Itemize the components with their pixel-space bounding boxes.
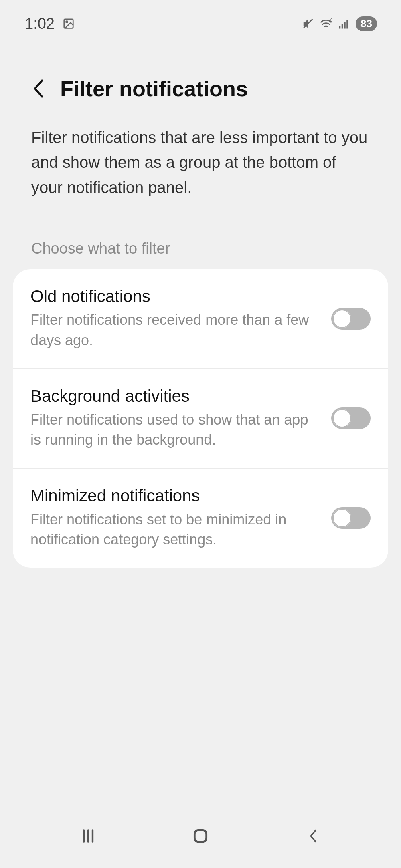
status-time: 1:02 xyxy=(25,15,55,32)
svg-rect-5 xyxy=(342,24,343,29)
row-minimized-notifications[interactable]: Minimized notifications Filter notificat… xyxy=(13,468,388,568)
row-text: Old notifications Filter notifications r… xyxy=(30,287,331,350)
status-bar: 1:02 6 xyxy=(0,0,401,36)
page-description: Filter notifications that are less impor… xyxy=(0,109,401,200)
page-title: Filter notifications xyxy=(60,76,248,101)
row-title: Old notifications xyxy=(30,287,322,306)
row-background-activities[interactable]: Background activities Filter notificatio… xyxy=(13,368,388,468)
row-text: Background activities Filter notificatio… xyxy=(30,387,331,450)
svg-rect-4 xyxy=(339,26,341,29)
row-subtitle: Filter notifications set to be minimized… xyxy=(30,510,322,550)
system-navbar xyxy=(0,816,401,868)
svg-point-1 xyxy=(66,21,68,23)
mute-icon xyxy=(302,18,314,30)
row-text: Minimized notifications Filter notificat… xyxy=(30,486,331,550)
toggle-old-notifications[interactable] xyxy=(331,308,371,330)
signal-icon xyxy=(338,18,350,30)
picture-icon xyxy=(63,18,75,30)
row-subtitle: Filter notifications used to show that a… xyxy=(30,410,322,450)
row-subtitle: Filter notifications received more than … xyxy=(30,310,322,350)
svg-rect-11 xyxy=(194,830,206,842)
home-button[interactable] xyxy=(176,824,225,848)
wifi-icon: 6 xyxy=(320,18,332,30)
toggle-minimized-notifications[interactable] xyxy=(331,507,371,529)
toggle-background-activities[interactable] xyxy=(331,407,371,429)
back-button[interactable] xyxy=(289,824,337,848)
recents-button[interactable] xyxy=(64,824,112,848)
svg-rect-7 xyxy=(346,20,348,29)
row-old-notifications[interactable]: Old notifications Filter notifications r… xyxy=(13,269,388,368)
settings-card: Old notifications Filter notifications r… xyxy=(13,269,388,567)
svg-text:6: 6 xyxy=(330,18,332,22)
back-icon[interactable] xyxy=(31,78,46,99)
status-left: 1:02 xyxy=(25,15,75,32)
row-title: Minimized notifications xyxy=(30,486,322,505)
section-label: Choose what to filter xyxy=(0,200,401,269)
row-title: Background activities xyxy=(30,387,322,406)
svg-rect-6 xyxy=(344,22,346,29)
battery-indicator: 83 xyxy=(356,16,377,31)
header: Filter notifications xyxy=(0,36,401,109)
status-right: 6 83 xyxy=(302,16,377,31)
